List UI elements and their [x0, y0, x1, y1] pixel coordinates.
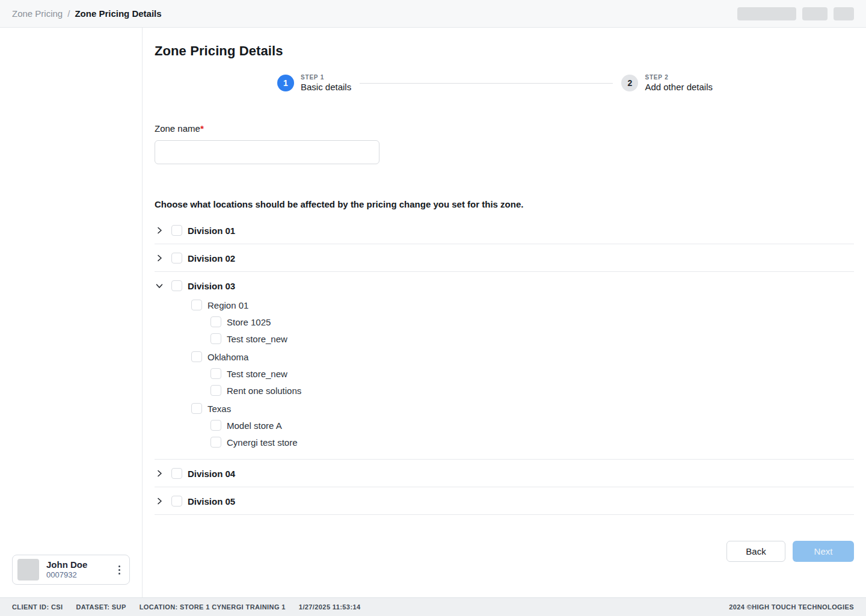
division-label: Division 04	[188, 469, 235, 479]
store-row: Rent one solutions	[210, 385, 854, 396]
division-row: Division 02	[155, 253, 854, 263]
chevron-down-icon[interactable]	[155, 280, 167, 291]
avatar	[17, 559, 39, 581]
region-checkbox[interactable]	[191, 300, 202, 310]
region-label: Texas	[207, 404, 231, 414]
store-label: Store 1025	[227, 317, 271, 327]
division-row: Division 05	[155, 496, 854, 507]
store-row: Store 1025	[210, 316, 854, 327]
zone-name-input[interactable]	[155, 140, 379, 164]
division-label: Division 02	[188, 253, 235, 263]
header-placeholder-small	[834, 7, 854, 20]
step-1-kicker: STEP 1	[301, 74, 351, 81]
chevron-right-icon[interactable]	[155, 253, 167, 263]
region-group: TexasModel store ACynergi test store	[155, 403, 854, 448]
division-section: Division 04	[155, 460, 854, 487]
region-row: Texas	[191, 403, 854, 414]
stepper-connector	[360, 83, 613, 84]
top-bar: Zone Pricing / Zone Pricing Details	[0, 0, 866, 28]
store-checkbox[interactable]	[210, 368, 221, 379]
region-row: Oklahoma	[191, 351, 854, 362]
breadcrumb-current: Zone Pricing Details	[75, 8, 161, 19]
page-title: Zone Pricing Details	[155, 43, 854, 59]
division-checkbox[interactable]	[171, 280, 182, 291]
store-label: Test store_new	[227, 369, 287, 379]
header-placeholder-medium	[802, 7, 828, 20]
step-2-title: Add other details	[645, 82, 713, 92]
division-section: Division 02	[155, 244, 854, 272]
sidebar: John Doe 0007932	[0, 28, 143, 597]
store-row: Test store_new	[210, 333, 854, 344]
user-name: John Doe	[46, 559, 106, 571]
store-label: Model store A	[227, 420, 282, 431]
division-row: Division 01	[155, 225, 854, 236]
store-checkbox[interactable]	[210, 420, 221, 431]
user-menu-kebab-icon[interactable]	[114, 563, 124, 577]
status-bar: CLIENT ID: CSI DATASET: SUP LOCATION: ST…	[0, 597, 866, 616]
breadcrumb-separator: /	[67, 8, 70, 19]
topbar-actions	[737, 7, 854, 20]
store-row: Test store_new	[210, 368, 854, 379]
store-label: Test store_new	[227, 334, 287, 344]
chevron-right-icon[interactable]	[155, 468, 167, 479]
region-group: OklahomaTest store_newRent one solutions	[155, 351, 854, 396]
region-group: Region 01Store 1025Test store_new	[155, 300, 854, 344]
region-label: Oklahoma	[207, 352, 248, 362]
zone-name-label: Zone name*	[155, 123, 204, 134]
store-label: Rent one solutions	[227, 386, 301, 396]
division-checkbox[interactable]	[171, 225, 182, 236]
store-checkbox[interactable]	[210, 437, 221, 448]
division-label: Division 05	[188, 496, 235, 507]
division-checkbox[interactable]	[171, 468, 182, 479]
status-timestamp: 1/27/2025 11:53:14	[299, 603, 361, 611]
region-label: Region 01	[207, 300, 248, 310]
division-children: Region 01Store 1025Test store_newOklahom…	[155, 291, 854, 448]
stepper-step-1[interactable]: 1 STEP 1 Basic details	[277, 74, 351, 92]
division-section: Division 01	[155, 217, 854, 244]
division-checkbox[interactable]	[171, 253, 182, 263]
header-placeholder-wide	[737, 7, 796, 20]
store-checkbox[interactable]	[210, 316, 221, 327]
chevron-right-icon[interactable]	[155, 225, 167, 236]
footer-actions: Back Next	[155, 541, 854, 562]
user-id: 0007932	[46, 570, 106, 580]
division-row: Division 03	[155, 280, 854, 291]
location-tree: Division 01Division 02Division 03Region …	[155, 217, 854, 515]
division-section: Division 03Region 01Store 1025Test store…	[155, 272, 854, 460]
main-content: Zone Pricing Details 1 STEP 1 Basic deta…	[143, 28, 866, 597]
required-asterisk: *	[200, 123, 204, 134]
zone-name-field: Zone name*	[155, 123, 854, 164]
store-row: Model store A	[210, 420, 854, 431]
stepper: 1 STEP 1 Basic details 2 STEP 2 Add othe…	[277, 74, 713, 92]
store-checkbox[interactable]	[210, 333, 221, 344]
step-1-title: Basic details	[301, 82, 351, 92]
division-checkbox[interactable]	[171, 496, 182, 507]
breadcrumb-parent-link[interactable]: Zone Pricing	[12, 8, 63, 19]
division-section: Division 05	[155, 487, 854, 515]
region-checkbox[interactable]	[191, 403, 202, 414]
region-row: Region 01	[191, 300, 854, 310]
locations-instruction: Choose what locations should be affected…	[155, 199, 854, 209]
back-button[interactable]: Back	[726, 541, 785, 562]
chevron-right-icon[interactable]	[155, 496, 167, 507]
store-row: Cynergi test store	[210, 437, 854, 448]
store-label: Cynergi test store	[227, 437, 298, 448]
status-dataset: DATASET: SUP	[76, 603, 126, 611]
division-label: Division 01	[188, 226, 235, 236]
breadcrumb: Zone Pricing / Zone Pricing Details	[12, 8, 162, 19]
status-client-id: CLIENT ID: CSI	[12, 603, 63, 611]
status-copyright: 2024 ©HIGH TOUCH TECHNOLOGIES	[729, 603, 854, 611]
user-card: John Doe 0007932	[12, 555, 130, 585]
step-2-kicker: STEP 2	[645, 74, 713, 81]
step-2-circle: 2	[621, 75, 638, 91]
region-checkbox[interactable]	[191, 351, 202, 362]
step-1-circle: 1	[277, 75, 294, 91]
stepper-step-2[interactable]: 2 STEP 2 Add other details	[621, 74, 713, 92]
division-row: Division 04	[155, 468, 854, 479]
division-label: Division 03	[188, 281, 235, 291]
status-location: LOCATION: STORE 1 CYNERGI TRAINING 1	[140, 603, 286, 611]
next-button[interactable]: Next	[793, 541, 854, 562]
store-checkbox[interactable]	[210, 385, 221, 396]
